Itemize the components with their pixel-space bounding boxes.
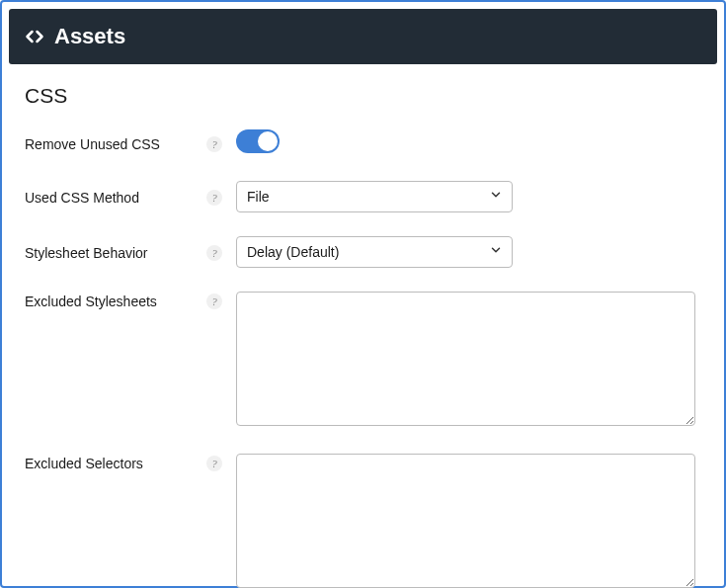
panel-inner: Assets CSS Remove Unused CSS ? Used CSS … [9, 9, 717, 579]
control-col [226, 129, 701, 157]
select-used-css-method[interactable]: File [236, 181, 513, 212]
help-wrap: ? [202, 292, 226, 309]
code-icon [25, 27, 44, 46]
select-wrap-behavior: Delay (Default) [236, 236, 513, 268]
label-remove-unused-css: Remove Unused CSS [25, 134, 202, 152]
panel-header: Assets [9, 9, 717, 64]
toggle-remove-unused-css[interactable] [236, 129, 280, 153]
help-icon[interactable]: ? [206, 136, 222, 152]
help-icon[interactable]: ? [206, 190, 222, 206]
row-stylesheet-behavior: Stylesheet Behavior ? Delay (Default) [25, 236, 701, 268]
label-excluded-selectors: Excluded Selectors [25, 454, 202, 471]
section-title: CSS [25, 84, 701, 108]
row-excluded-stylesheets: Excluded Stylesheets ? [25, 292, 701, 430]
textarea-excluded-selectors[interactable] [236, 454, 695, 588]
control-col: Delay (Default) [226, 236, 701, 268]
row-remove-unused-css: Remove Unused CSS ? [25, 129, 701, 157]
label-stylesheet-behavior: Stylesheet Behavior [25, 243, 202, 261]
help-icon[interactable]: ? [206, 456, 222, 471]
textarea-excluded-stylesheets[interactable] [236, 292, 695, 426]
help-icon[interactable]: ? [206, 294, 222, 309]
help-wrap: ? [202, 134, 226, 152]
help-wrap: ? [202, 243, 226, 261]
label-used-css-method: Used CSS Method [25, 188, 202, 206]
panel-title: Assets [54, 24, 125, 49]
label-excluded-stylesheets: Excluded Stylesheets [25, 292, 202, 309]
panel-content: CSS Remove Unused CSS ? Used CSS Method … [9, 64, 717, 588]
row-used-css-method: Used CSS Method ? File [25, 181, 701, 212]
select-stylesheet-behavior[interactable]: Delay (Default) [236, 236, 513, 268]
help-icon[interactable]: ? [206, 245, 222, 261]
select-wrap-method: File [236, 181, 513, 212]
row-excluded-selectors: Excluded Selectors ? [25, 454, 701, 588]
settings-panel: Assets CSS Remove Unused CSS ? Used CSS … [0, 0, 726, 588]
help-wrap: ? [202, 454, 226, 471]
control-col [226, 292, 701, 430]
control-col: File [226, 181, 701, 212]
control-col [226, 454, 701, 588]
toggle-knob [258, 131, 278, 151]
help-wrap: ? [202, 188, 226, 206]
